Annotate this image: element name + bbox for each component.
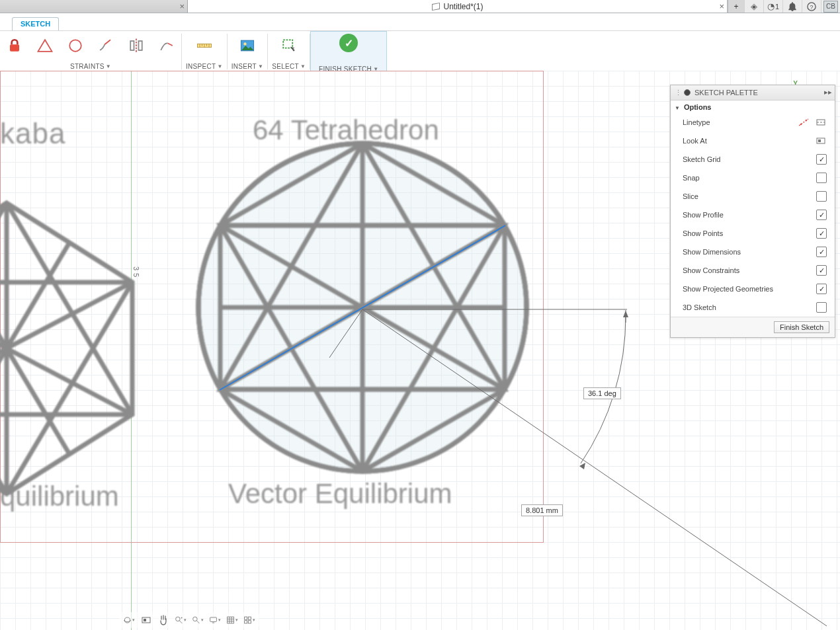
svg-rect-69 <box>818 139 821 142</box>
toolbar: STRAINTS▼ INSPECT▼ INSERT▼ SELECT▼ ✓ FIN… <box>0 31 840 73</box>
palette-row-show-dimensions[interactable]: Show Dimensions <box>671 243 835 261</box>
palette-row-label: Show Points <box>683 229 723 237</box>
user-avatar[interactable]: CB <box>821 0 840 13</box>
checkbox[interactable] <box>816 247 827 257</box>
triangle-constraint-icon[interactable] <box>34 35 56 56</box>
angle-readout[interactable]: 36.1 deg <box>583 387 621 399</box>
grid-icon[interactable]: ▾ <box>226 614 238 626</box>
job-status-icon[interactable]: ◔1 <box>763 0 782 13</box>
tab-previous[interactable]: × <box>0 0 188 13</box>
svg-point-14 <box>243 42 246 45</box>
context-tab-row: SKETCH <box>0 13 840 31</box>
title-right-icons: ◈ ◔1 ? CB <box>744 0 840 13</box>
palette-title: SKETCH PALETTE <box>694 89 758 97</box>
help-icon[interactable]: ? <box>802 0 821 13</box>
svg-point-3 <box>69 40 81 52</box>
palette-row-label: Show Dimensions <box>683 248 741 256</box>
checkbox[interactable] <box>816 284 827 294</box>
palette-row-3d-sketch[interactable]: 3D Sketch <box>671 298 835 317</box>
palette-finish-button[interactable]: Finish Sketch <box>774 321 829 333</box>
tab-current[interactable]: Untitled*(1) × <box>188 0 728 13</box>
orbit-icon[interactable]: ▾ <box>123 614 135 626</box>
svg-text:+: + <box>181 615 183 619</box>
checkbox[interactable] <box>816 210 827 220</box>
palette-row-sketch-grid[interactable]: Sketch Grid <box>671 150 835 169</box>
palette-row-show-points[interactable]: Show Points <box>671 224 835 243</box>
context-tab-sketch[interactable]: SKETCH <box>12 17 59 30</box>
svg-rect-60 <box>248 617 251 619</box>
finish-sketch-button[interactable]: ✓ FINISH SKETCH▼ <box>310 31 387 75</box>
palette-row-look-at[interactable]: Look At <box>671 132 835 150</box>
palette-row-label: Snap <box>683 174 700 182</box>
svg-rect-61 <box>245 621 247 623</box>
insert-image-icon[interactable] <box>237 35 258 56</box>
tool-group-insert: INSERT▼ <box>228 31 268 72</box>
viewports-icon[interactable]: ▾ <box>243 614 255 626</box>
palette-bullet-icon <box>684 89 691 96</box>
checkbox[interactable] <box>816 154 827 165</box>
palette-row-label: Show Constraints <box>683 266 739 274</box>
svg-point-47 <box>176 617 181 621</box>
palette-section-options[interactable]: Options <box>671 100 835 112</box>
svg-rect-59 <box>245 617 247 619</box>
checkbox[interactable] <box>816 173 827 183</box>
fix-constraint-icon[interactable] <box>4 35 25 56</box>
palette-row-label: Look At <box>683 137 707 145</box>
document-title: Untitled*(1) <box>443 2 483 11</box>
lookat-icon[interactable] <box>140 614 152 626</box>
palette-pin-icon[interactable]: ▸▸ <box>824 88 832 97</box>
lookat-icon[interactable] <box>815 136 827 146</box>
svg-text:?: ? <box>810 3 814 10</box>
select-icon[interactable] <box>278 35 300 56</box>
document-icon <box>431 3 441 11</box>
linetype-construction-icon[interactable] <box>798 117 810 128</box>
linetype-centerline-icon[interactable] <box>815 117 827 128</box>
extensions-icon[interactable]: ◈ <box>744 0 763 13</box>
svg-rect-2 <box>10 44 19 52</box>
length-readout[interactable]: 8.801 mm <box>521 504 563 516</box>
zoom-icon[interactable]: +▾ <box>175 614 187 626</box>
tangent-constraint-icon[interactable] <box>95 35 116 56</box>
measure-icon[interactable] <box>194 35 215 56</box>
checkbox[interactable] <box>816 302 827 313</box>
check-icon: ✓ <box>339 34 358 52</box>
svg-rect-4 <box>130 41 134 50</box>
dimension-35: 35 <box>132 266 140 280</box>
svg-line-39 <box>220 225 505 390</box>
new-tab-button[interactable]: + <box>728 0 744 13</box>
palette-row-linetype[interactable]: Linetype <box>671 112 835 132</box>
svg-line-48 <box>179 621 182 623</box>
titlebar: × Untitled*(1) × + ◈ ◔1 ? CB <box>0 0 840 13</box>
palette-row-show-profile[interactable]: Show Profile <box>671 206 835 224</box>
svg-line-41 <box>362 309 827 626</box>
display-icon[interactable]: ▾ <box>209 614 221 626</box>
curvature-constraint-icon[interactable] <box>156 35 177 56</box>
palette-row-label: Slice <box>683 192 698 200</box>
tool-group-select: SELECT▼ <box>268 31 310 72</box>
palette-row-show-constraints[interactable]: Show Constraints <box>671 261 835 280</box>
notifications-icon[interactable] <box>782 0 802 13</box>
fit-icon[interactable]: ▾ <box>192 614 204 626</box>
sketch-palette: ⋮ SKETCH PALETTE ▸▸ Options LinetypeLook… <box>670 85 835 338</box>
palette-row-label: Show Profile <box>683 211 724 219</box>
svg-point-50 <box>193 617 198 621</box>
svg-rect-15 <box>283 40 292 48</box>
checkbox[interactable] <box>816 191 827 202</box>
circle-constraint-icon[interactable] <box>65 35 86 56</box>
palette-row-slice[interactable]: Slice <box>671 187 835 206</box>
checkbox[interactable] <box>816 265 827 276</box>
palette-row-label: 3D Sketch <box>683 303 716 311</box>
palette-row-snap[interactable]: Snap <box>671 169 835 187</box>
close-tab-icon[interactable]: × <box>719 1 724 11</box>
palette-row-show-projected-geometries[interactable]: Show Projected Geometries <box>671 280 835 298</box>
svg-rect-46 <box>144 619 146 621</box>
pan-icon[interactable] <box>157 614 169 626</box>
close-icon[interactable]: × <box>179 1 185 11</box>
svg-rect-5 <box>139 41 142 50</box>
palette-title-bar[interactable]: ⋮ SKETCH PALETTE ▸▸ <box>671 85 835 100</box>
palette-row-label: Sketch Grid <box>683 155 720 163</box>
checkbox[interactable] <box>816 228 827 239</box>
tool-group-inspect: INSPECT▼ <box>182 31 227 72</box>
palette-row-label: Show Projected Geometries <box>683 285 773 293</box>
symmetry-constraint-icon[interactable] <box>126 35 147 56</box>
